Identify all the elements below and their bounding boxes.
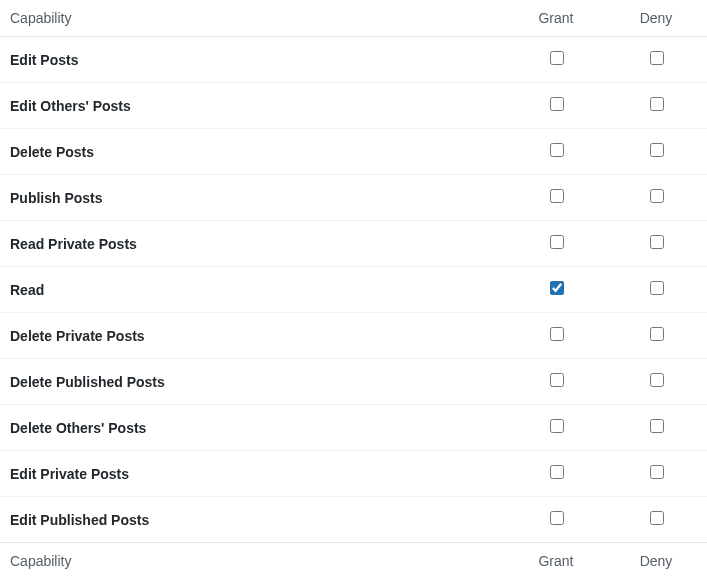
deny-cell xyxy=(607,267,707,313)
header-capability: Capability xyxy=(0,0,507,37)
capability-label: Edit Posts xyxy=(0,37,507,83)
capability-label: Delete Published Posts xyxy=(0,359,507,405)
deny-cell xyxy=(607,129,707,175)
header-deny: Deny xyxy=(607,0,707,37)
capability-label: Edit Published Posts xyxy=(0,497,507,543)
grant-checkbox[interactable] xyxy=(550,511,564,525)
table-row: Read Private Posts xyxy=(0,221,707,267)
deny-cell xyxy=(607,83,707,129)
table-row: Publish Posts xyxy=(0,175,707,221)
deny-cell xyxy=(607,221,707,267)
grant-checkbox[interactable] xyxy=(550,465,564,479)
grant-checkbox[interactable] xyxy=(550,373,564,387)
grant-cell xyxy=(507,405,607,451)
capability-label: Edit Private Posts xyxy=(0,451,507,497)
grant-cell xyxy=(507,497,607,543)
deny-cell xyxy=(607,313,707,359)
capability-label: Publish Posts xyxy=(0,175,507,221)
grant-cell xyxy=(507,175,607,221)
deny-checkbox[interactable] xyxy=(650,51,664,65)
grant-cell xyxy=(507,221,607,267)
capability-label: Delete Posts xyxy=(0,129,507,175)
footer-deny: Deny xyxy=(607,543,707,580)
deny-checkbox[interactable] xyxy=(650,327,664,341)
footer-grant: Grant xyxy=(507,543,607,580)
table-row: Edit Private Posts xyxy=(0,451,707,497)
capability-label: Read xyxy=(0,267,507,313)
grant-checkbox[interactable] xyxy=(550,235,564,249)
header-row: Capability Grant Deny xyxy=(0,0,707,37)
deny-cell xyxy=(607,405,707,451)
table-row: Edit Others' Posts xyxy=(0,83,707,129)
capabilities-table: Capability Grant Deny Edit PostsEdit Oth… xyxy=(0,0,707,579)
deny-checkbox[interactable] xyxy=(650,373,664,387)
footer-row: Capability Grant Deny xyxy=(0,543,707,580)
deny-checkbox[interactable] xyxy=(650,511,664,525)
deny-cell xyxy=(607,451,707,497)
grant-cell xyxy=(507,129,607,175)
grant-checkbox[interactable] xyxy=(550,327,564,341)
grant-checkbox[interactable] xyxy=(550,51,564,65)
table-row: Delete Private Posts xyxy=(0,313,707,359)
grant-cell xyxy=(507,313,607,359)
table-row: Delete Posts xyxy=(0,129,707,175)
deny-checkbox[interactable] xyxy=(650,97,664,111)
table-row: Edit Published Posts xyxy=(0,497,707,543)
grant-checkbox[interactable] xyxy=(550,189,564,203)
deny-checkbox[interactable] xyxy=(650,143,664,157)
grant-cell xyxy=(507,359,607,405)
header-grant: Grant xyxy=(507,0,607,37)
footer-capability: Capability xyxy=(0,543,507,580)
deny-cell xyxy=(607,359,707,405)
capability-label: Edit Others' Posts xyxy=(0,83,507,129)
deny-checkbox[interactable] xyxy=(650,235,664,249)
grant-checkbox[interactable] xyxy=(550,97,564,111)
deny-cell xyxy=(607,497,707,543)
deny-checkbox[interactable] xyxy=(650,465,664,479)
grant-checkbox[interactable] xyxy=(550,281,564,295)
capability-label: Delete Others' Posts xyxy=(0,405,507,451)
grant-checkbox[interactable] xyxy=(550,143,564,157)
capability-label: Delete Private Posts xyxy=(0,313,507,359)
grant-cell xyxy=(507,83,607,129)
table-row: Delete Published Posts xyxy=(0,359,707,405)
grant-checkbox[interactable] xyxy=(550,419,564,433)
table-row: Edit Posts xyxy=(0,37,707,83)
grant-cell xyxy=(507,451,607,497)
grant-cell xyxy=(507,37,607,83)
deny-cell xyxy=(607,37,707,83)
deny-cell xyxy=(607,175,707,221)
table-row: Delete Others' Posts xyxy=(0,405,707,451)
table-row: Read xyxy=(0,267,707,313)
deny-checkbox[interactable] xyxy=(650,419,664,433)
deny-checkbox[interactable] xyxy=(650,189,664,203)
deny-checkbox[interactable] xyxy=(650,281,664,295)
capability-label: Read Private Posts xyxy=(0,221,507,267)
grant-cell xyxy=(507,267,607,313)
